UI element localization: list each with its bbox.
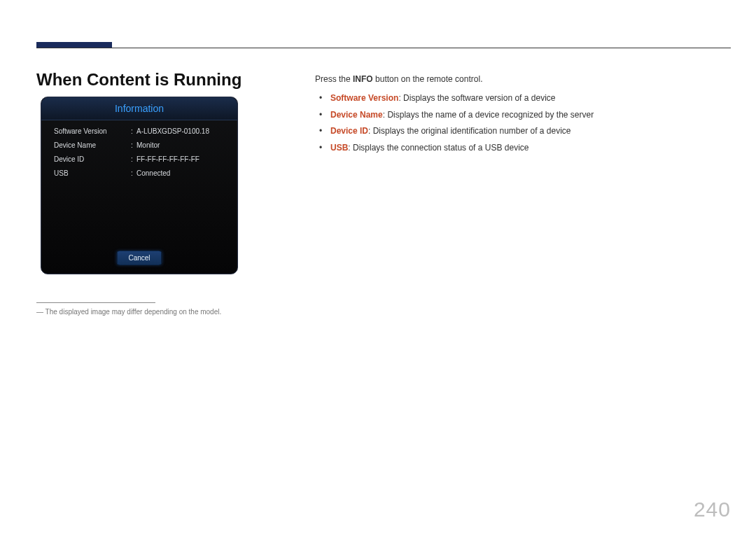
info-label: Software Version [54,127,131,135]
info-label: USB [54,169,131,177]
bullet-list: Software Version: Displays the software … [315,90,721,156]
footnote: ― The displayed image may differ dependi… [36,308,221,316]
info-value: FF-FF-FF-FF-FF-FF [136,155,225,163]
dialog-title: Information [41,97,237,120]
info-row-software-version: Software Version : A-LUBXGDSP-0100.18 [54,127,225,135]
bullet-desc: : Displays the connection status of a US… [348,143,528,153]
bullet-item: USB: Displays the connection status of a… [315,140,721,156]
info-sep: : [131,155,136,163]
bullet-item: Software Version: Displays the software … [315,90,721,106]
info-value: Monitor [136,141,225,149]
description-column: Press the INFO button on the remote cont… [315,71,721,157]
header-rule [36,48,731,48]
bullet-item: Device ID: Displays the original identif… [315,123,721,139]
info-row-device-id: Device ID : FF-FF-FF-FF-FF-FF [54,155,225,163]
information-dialog: Information Software Version : A-LUBXGDS… [41,97,238,274]
info-label: Device Name [54,141,131,149]
info-sep: : [131,169,136,177]
bullet-term: Device Name [330,110,383,120]
info-value: Connected [136,169,225,177]
info-row-usb: USB : Connected [54,169,225,177]
bullet-term: USB [330,143,348,153]
page-number: 240 [694,498,731,521]
info-label: Device ID [54,155,131,163]
footnote-rule [36,302,155,303]
info-sep: : [131,127,136,135]
bullet-item: Device Name: Displays the name of a devi… [315,107,721,123]
info-value: A-LUBXGDSP-0100.18 [136,127,225,135]
instruction-suffix: button on the remote control. [373,74,483,84]
page-heading: When Content is Running [36,70,241,90]
bullet-term: Device ID [330,126,368,136]
bullet-desc: : Displays the original identification n… [368,126,571,136]
instruction-line: Press the INFO button on the remote cont… [315,71,721,87]
instruction-bold: INFO [353,74,373,84]
info-rows: Software Version : A-LUBXGDSP-0100.18 De… [41,120,237,177]
info-sep: : [131,141,136,149]
bullet-term: Software Version [330,93,398,103]
info-row-device-name: Device Name : Monitor [54,141,225,149]
bullet-desc: : Displays the name of a device recogniz… [383,110,594,120]
header-accent-bar [36,42,112,48]
bullet-desc: : Displays the software version of a dev… [398,93,555,103]
cancel-button[interactable]: Cancel [116,251,162,265]
instruction-prefix: Press the [315,74,353,84]
